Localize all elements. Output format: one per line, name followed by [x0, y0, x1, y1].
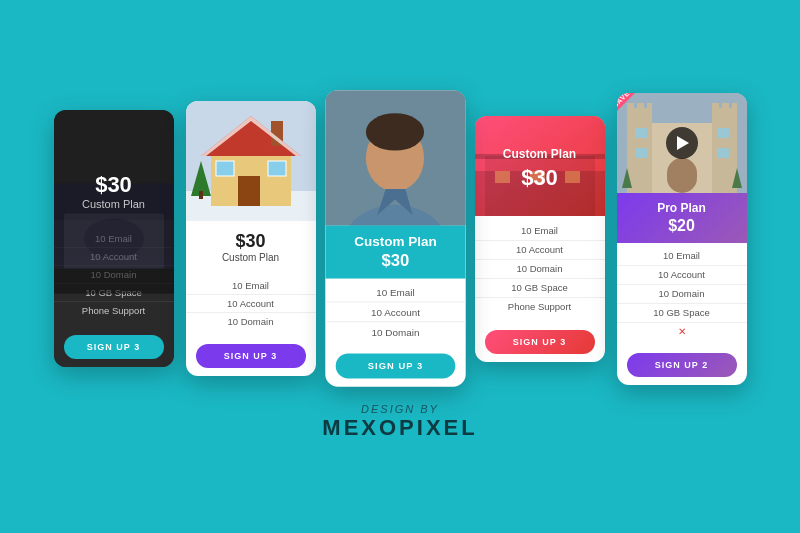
svg-rect-33 — [637, 103, 644, 113]
footer-branding: DESIGN BY MEXOPIXEL — [322, 403, 477, 441]
feature-item: 10 GB Space — [475, 279, 605, 298]
feature-item: Phone Support — [475, 298, 605, 316]
pricing-card-3: Custom Plan $30 10 Email 10 Account 10 D… — [325, 90, 465, 386]
pricing-card-2: $30 Custom Plan 10 Email 10 Account 10 D… — [186, 101, 316, 376]
feature-item: 10 Email — [325, 283, 465, 303]
svg-rect-39 — [635, 148, 647, 158]
svg-rect-14 — [199, 191, 203, 199]
card-5-image: SAVE — [617, 93, 747, 193]
card-2-plan: Custom Plan — [196, 252, 306, 263]
card-2-features: 10 Email 10 Account 10 Domain — [186, 277, 316, 336]
svg-rect-36 — [722, 103, 729, 113]
card-2-info: $30 Custom Plan — [186, 221, 316, 277]
svg-rect-2 — [54, 269, 174, 294]
svg-rect-10 — [268, 161, 286, 176]
card-4-header: Custom Plan $30 — [475, 116, 605, 216]
card-3-info: Custom Plan $30 — [325, 226, 465, 279]
footer-by-text: DESIGN BY — [322, 403, 477, 415]
card-5-signup-button[interactable]: SIGN UP 2 — [627, 353, 737, 377]
card-3-features: 10 Email 10 Account 10 Domain — [325, 279, 465, 346]
feature-item: 10 Account — [186, 295, 316, 313]
card-4-features: 10 Email 10 Account 10 Domain 10 GB Spac… — [475, 216, 605, 322]
svg-rect-32 — [627, 103, 634, 113]
card-4-footer: SIGN UP 3 — [475, 322, 605, 362]
svg-rect-42 — [667, 158, 697, 193]
feature-item: 10 Email — [186, 277, 316, 295]
card-4-signup-button[interactable]: SIGN UP 3 — [485, 330, 595, 354]
card-4-price: $30 — [485, 165, 595, 191]
play-button-icon[interactable] — [666, 127, 698, 159]
card-3-signup-button[interactable]: SIGN UP 3 — [335, 353, 455, 378]
feature-item: 10 Email — [617, 247, 747, 266]
card-5-plan: Pro Plan — [625, 201, 739, 215]
card-2-image — [186, 101, 316, 221]
card-3-price: $30 — [333, 252, 457, 271]
feature-item: 10 Domain — [325, 322, 465, 341]
feature-item-disabled: ✕ — [617, 323, 747, 341]
svg-rect-8 — [238, 176, 260, 206]
svg-rect-9 — [216, 161, 234, 176]
feature-item: 10 Account — [325, 302, 465, 322]
feature-item: 10 Email — [475, 222, 605, 241]
card-3-plan: Custom Plan — [333, 234, 457, 250]
svg-rect-40 — [717, 128, 729, 138]
card-5-price: $20 — [625, 217, 739, 235]
feature-item: 10 Domain — [186, 313, 316, 330]
card-1-plan: Custom Plan — [64, 198, 164, 210]
card-5-features: 10 Email 10 Account 10 Domain 10 GB Spac… — [617, 243, 747, 345]
card-2-signup-button[interactable]: SIGN UP 3 — [196, 344, 306, 368]
feature-item: 10 GB Space — [617, 304, 747, 323]
pricing-card-4: Custom Plan $30 10 Email 10 Account 10 D… — [475, 116, 605, 362]
card-1-header: $30 Custom Plan — [54, 110, 174, 220]
feature-item: 10 Account — [475, 241, 605, 260]
card-4-plan: Custom Plan — [485, 147, 595, 161]
card-2-footer: SIGN UP 3 — [186, 336, 316, 376]
card-3-footer: SIGN UP 3 — [325, 345, 465, 387]
card-5-footer: SIGN UP 2 — [617, 345, 747, 385]
feature-item: 10 Account — [617, 266, 747, 285]
card-2-price: $30 — [196, 231, 306, 252]
pricing-card-5: SAVE Pro Plan $20 10 Email 10 Account 10… — [617, 93, 747, 385]
card-3-image — [325, 90, 465, 225]
feature-item: 10 Domain — [617, 285, 747, 304]
svg-rect-38 — [635, 128, 647, 138]
feature-item: 10 Domain — [475, 260, 605, 279]
svg-rect-41 — [717, 148, 729, 158]
svg-rect-34 — [647, 103, 652, 113]
card-5-info: Pro Plan $20 — [617, 193, 747, 243]
footer-brand-name: MEXOPIXEL — [322, 415, 477, 441]
svg-rect-37 — [732, 103, 737, 113]
card-1-price: $30 — [64, 172, 164, 198]
svg-point-3 — [84, 219, 144, 259]
pricing-card-1: $30 Custom Plan 10 Email 10 Account 10 D… — [54, 110, 174, 367]
svg-rect-35 — [712, 103, 719, 113]
